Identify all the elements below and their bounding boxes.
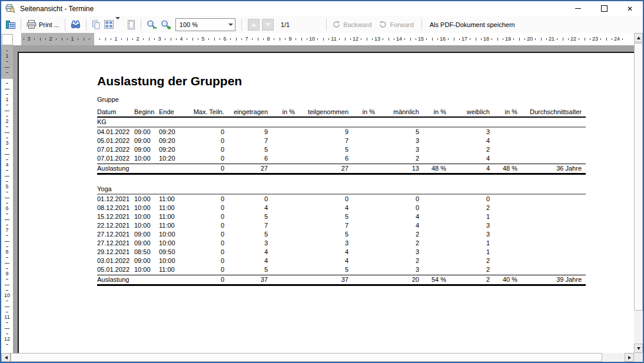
- toolbar-separator: [86, 19, 87, 31]
- scroll-down-button[interactable]: [634, 344, 643, 353]
- cell: 0: [185, 204, 224, 212]
- cell: 09:20: [159, 127, 185, 136]
- cell: [348, 239, 375, 248]
- cell: [348, 127, 375, 136]
- cell: [268, 239, 295, 248]
- copy-button[interactable]: [90, 18, 102, 32]
- vertical-scrollbar[interactable]: [634, 33, 643, 353]
- ruler-tick: [6, 344, 8, 345]
- table-row: 27.12.202109:0010:0005523: [97, 230, 586, 239]
- save-as-pdf-button[interactable]: Als PDF-Dokument speichern: [426, 18, 519, 32]
- ruler-number: 2: [133, 36, 142, 42]
- ruler-number: 9: [286, 36, 295, 42]
- ruler-tick: [448, 38, 449, 40]
- cell: [268, 136, 295, 145]
- cell: [348, 230, 375, 239]
- cell: 0: [185, 248, 224, 257]
- vertical-scrollbar-thumb[interactable]: [634, 43, 643, 311]
- cell: [517, 257, 586, 265]
- group-total-row: Auslastung037372054 %240 %39 Jahre: [97, 275, 586, 285]
- ruler-number: 3: [1, 140, 13, 146]
- ruler-number: 19: [503, 36, 513, 42]
- total-cell: [268, 164, 295, 174]
- cell: 22.12.2021: [97, 221, 134, 230]
- maximize-button[interactable]: [591, 1, 617, 16]
- zoom-out-button[interactable]: [145, 18, 159, 32]
- cell: 0: [185, 145, 224, 154]
- cell: [490, 265, 517, 275]
- ruler-number: 3: [155, 36, 164, 42]
- find-button[interactable]: [69, 18, 82, 32]
- margins-button[interactable]: [125, 18, 137, 32]
- scroll-left-button[interactable]: [1, 353, 11, 362]
- ruler-tick: [6, 61, 8, 62]
- column-header: in %: [419, 108, 446, 117]
- ruler-tick: [192, 38, 193, 41]
- document-page: Auslastung der Gruppen Gruppe DatumBegin…: [18, 52, 635, 354]
- cell: 4: [295, 257, 348, 265]
- ruler-tick: [274, 38, 274, 40]
- ruler-tick: [214, 38, 215, 41]
- zoom-in-button[interactable]: [159, 18, 173, 32]
- column-header: männlich: [375, 108, 419, 117]
- total-cell: 20: [375, 275, 419, 285]
- column-header: teilgenommen: [295, 108, 348, 117]
- horizontal-scrollbar[interactable]: [1, 353, 634, 362]
- ruler-tick: [5, 132, 9, 133]
- cell: 10:00: [159, 239, 185, 248]
- column-header: Datum: [97, 108, 134, 117]
- backward-button[interactable]: Backward: [330, 18, 373, 32]
- ruler-number: 14: [394, 36, 404, 42]
- cell: 2: [375, 154, 419, 164]
- ruler-tick: [99, 38, 100, 40]
- cell: [490, 194, 517, 204]
- column-header: Durchschnittsalter: [517, 108, 586, 117]
- zoom-out-icon: [147, 20, 157, 29]
- cell: [490, 136, 517, 145]
- ruler-tick: [339, 38, 340, 40]
- zoom-level-combobox[interactable]: 100 %: [175, 18, 235, 31]
- minimize-button[interactable]: [565, 1, 591, 16]
- forward-button[interactable]: Forward: [377, 18, 415, 32]
- scroll-down-icon: [637, 347, 640, 350]
- previous-page-button[interactable]: [248, 19, 260, 31]
- table-row: 22.12.202110:0011:0007743: [97, 221, 586, 230]
- column-header: eingetragen: [224, 108, 268, 117]
- cell: [490, 127, 517, 136]
- window-controls: ✕: [565, 1, 643, 16]
- ruler-tick: [165, 38, 165, 40]
- ruler-number: 18: [482, 36, 491, 42]
- ruler-tick: [6, 116, 8, 116]
- horizontal-scrollbar-thumb[interactable]: [11, 353, 602, 362]
- scroll-left-icon: [5, 356, 8, 359]
- cell: [348, 136, 375, 145]
- table-row: 08.12.202110:0011:0004402: [97, 204, 586, 212]
- cell: [348, 154, 375, 164]
- scroll-right-button[interactable]: [625, 353, 634, 362]
- next-page-button[interactable]: [262, 19, 274, 31]
- ruler-number: 17: [460, 36, 469, 42]
- down-arrow-icon: [265, 23, 271, 26]
- ruler-tick: [171, 38, 171, 41]
- cell: [268, 230, 295, 239]
- ruler-tick: [127, 38, 128, 41]
- ruler-tick: [383, 38, 383, 40]
- copy-pages-icon: [92, 20, 101, 29]
- close-button[interactable]: ✕: [617, 1, 643, 16]
- cell: [348, 212, 375, 221]
- scroll-up-button[interactable]: [634, 33, 643, 42]
- printer-icon: [26, 20, 36, 29]
- ruler-tick: [5, 89, 9, 89]
- ruler-tick: [6, 72, 8, 73]
- multipage-view-button[interactable]: [102, 18, 122, 32]
- ruler-number: 21: [547, 36, 556, 42]
- cell: 4: [446, 136, 490, 145]
- print-button[interactable]: Print ...: [25, 18, 61, 32]
- cell: 4: [224, 248, 268, 257]
- cell: 0: [185, 239, 224, 248]
- ruler-tick: [5, 198, 9, 198]
- cell: 4: [375, 212, 419, 221]
- page-setup-button[interactable]: [4, 18, 17, 32]
- ruler-tick: [187, 38, 187, 40]
- save-as-pdf-label: Als PDF-Dokument speichern: [427, 21, 517, 28]
